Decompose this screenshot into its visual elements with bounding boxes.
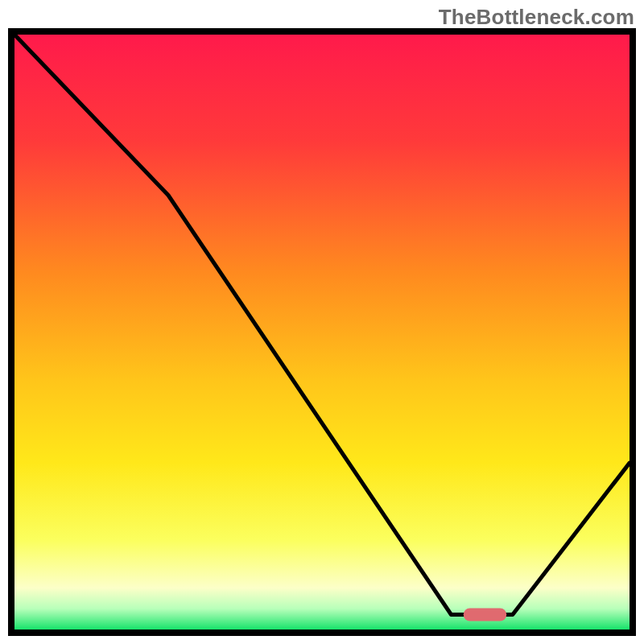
chart-background <box>14 35 630 630</box>
chart-svg <box>0 0 644 644</box>
bottleneck-chart: TheBottleneck.com <box>0 0 644 644</box>
optimal-range-marker <box>464 609 507 621</box>
watermark-text: TheBottleneck.com <box>439 5 634 30</box>
